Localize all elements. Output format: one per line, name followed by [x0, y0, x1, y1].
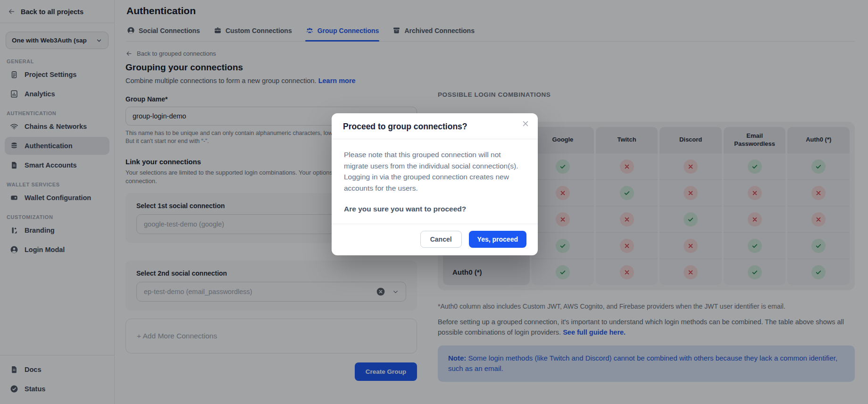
- close-icon[interactable]: [521, 119, 530, 128]
- cancel-button[interactable]: Cancel: [420, 231, 462, 248]
- modal-body-text: Please note that this grouped connection…: [344, 149, 526, 194]
- proceed-modal: Proceed to group connections? Please not…: [332, 113, 538, 255]
- modal-title: Proceed to group connections?: [343, 122, 526, 132]
- confirm-button[interactable]: Yes, proceed: [469, 231, 526, 248]
- modal-question: Are you sure you want to proceed?: [344, 205, 526, 213]
- page: Back to all projects One with Web3Auth (…: [0, 0, 868, 404]
